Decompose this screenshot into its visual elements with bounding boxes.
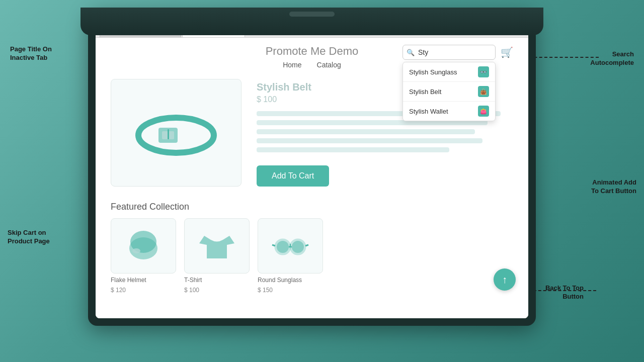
featured-price-helmet: $ 120 <box>111 287 176 294</box>
autocomplete-item-sunglass[interactable]: Stylish Sunglass 👓 <box>403 62 495 82</box>
featured-name-sunglass: Round Sunglass <box>258 277 323 284</box>
laptop-screen: 📌 Don't forget this... ✕ P Stylish Belt … <box>96 17 528 318</box>
svg-point-13 <box>277 241 289 253</box>
autocomplete-label-sunglass: Stylish Sunglass <box>409 68 457 76</box>
featured-item-helmet: Flake Helmet $ 120 <box>111 218 176 294</box>
add-to-cart-button[interactable]: Add To Cart <box>257 165 329 187</box>
tshirt-svg <box>197 226 237 266</box>
laptop-base-notch <box>289 12 335 17</box>
annotation-search-autocomplete: SearchAutocomplete <box>590 50 634 67</box>
back-to-top-icon: ↑ <box>502 274 507 286</box>
autocomplete-icon-belt: 👜 <box>478 86 489 97</box>
featured-price-sunglass: $ 150 <box>258 287 323 294</box>
product-image-belt <box>131 103 221 163</box>
svg-point-6 <box>132 248 140 253</box>
featured-price-tshirt: $ 100 <box>184 287 250 294</box>
annotation-skip-cart: Skip Cart onProduct Page <box>8 229 50 246</box>
autocomplete-icon-sunglass: 👓 <box>478 66 489 77</box>
search-box-wrapper: 🔍 Stylish Sunglass 👓 <box>403 45 496 60</box>
product-image-container <box>111 79 242 187</box>
featured-image-tshirt[interactable] <box>184 218 250 274</box>
featured-image-sunglass[interactable] <box>258 218 323 274</box>
site-header: Promote Me Demo Home Catalog 🔍 <box>96 38 528 74</box>
website-content: Promote Me Demo Home Catalog 🔍 <box>96 38 528 318</box>
annotation-page-title: Page Title OnInactive Tab <box>10 45 52 62</box>
featured-name-tshirt: T-Shirt <box>184 277 250 284</box>
autocomplete-item-belt[interactable]: Stylish Belt 👜 <box>403 82 495 102</box>
featured-item-tshirt: T-Shirt $ 100 <box>184 218 250 294</box>
search-autocomplete-dropdown: Stylish Sunglass 👓 Stylish Belt 👜 <box>403 62 496 121</box>
nav-home[interactable]: Home <box>283 61 301 69</box>
helmet-svg <box>123 226 164 266</box>
featured-item-sunglass: Round Sunglass $ 150 <box>258 218 323 294</box>
autocomplete-label-belt: Stylish Belt <box>409 88 441 96</box>
featured-title: Featured Collection <box>111 202 513 212</box>
autocomplete-label-wallet: Stylish Wallet <box>409 108 448 115</box>
desc-line-4 <box>257 138 482 143</box>
desc-line-3 <box>257 129 475 134</box>
featured-image-helmet[interactable] <box>111 218 176 274</box>
featured-name-helmet: Flake Helmet <box>111 277 176 284</box>
search-input[interactable] <box>403 45 496 60</box>
desc-line-5 <box>257 147 449 152</box>
autocomplete-icon-wallet: 👛 <box>478 106 489 117</box>
search-icon: 🔍 <box>407 49 415 56</box>
site-title: Promote Me Demo <box>266 45 359 58</box>
featured-grid: Flake Helmet $ 120 T-Shirt $ 100 <box>111 218 513 294</box>
laptop-bezel: 📌 Don't forget this... ✕ P Stylish Belt … <box>88 9 536 326</box>
svg-line-11 <box>305 245 308 246</box>
featured-section: Featured Collection Flake H <box>96 197 528 304</box>
back-to-top-button[interactable]: ↑ <box>494 268 516 291</box>
annotation-back-to-top: Back To TopButton <box>545 284 584 301</box>
annotation-animated-add: Animated AddTo Cart Button <box>591 178 636 196</box>
laptop-base <box>80 8 543 35</box>
sunglass-svg <box>270 226 310 266</box>
search-container: 🔍 Stylish Sunglass 👓 <box>403 45 513 60</box>
svg-line-10 <box>272 245 275 246</box>
nav-catalog[interactable]: Catalog <box>317 61 341 69</box>
svg-rect-3 <box>168 129 169 139</box>
autocomplete-item-wallet[interactable]: Stylish Wallet 👛 <box>403 102 495 121</box>
svg-point-14 <box>292 241 304 253</box>
site-nav: Home Catalog <box>283 61 341 69</box>
cart-icon[interactable]: 🛒 <box>501 46 513 58</box>
